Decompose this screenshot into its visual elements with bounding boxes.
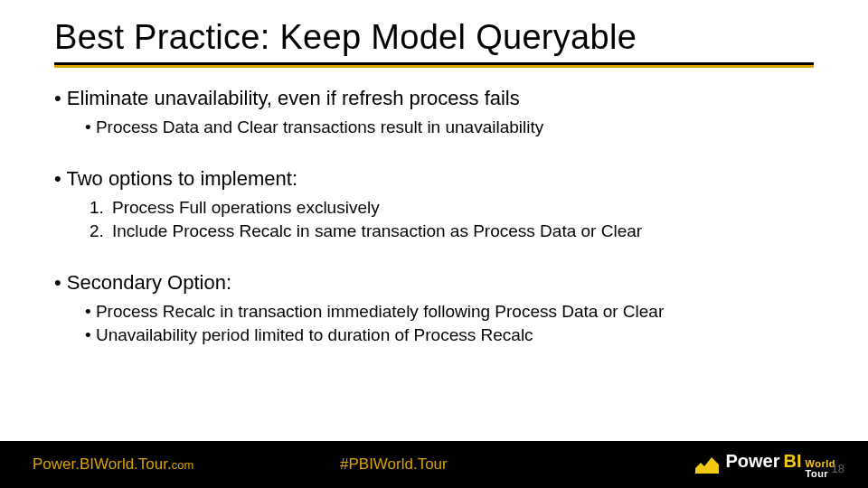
slide-title: Best Practice: Keep Model Queryable <box>0 0 868 62</box>
bullet-1: Eliminate unavailability, even if refres… <box>54 86 814 137</box>
bullet-2: Two options to implement: Process Full o… <box>54 166 814 241</box>
bullet-3-text: Secondary Option: <box>67 271 231 294</box>
bullet-1-sub-1: Process Data and Clear transactions resu… <box>85 117 814 138</box>
brand-power: Power <box>726 451 780 472</box>
bullet-1-text: Eliminate unavailability, even if refres… <box>67 87 520 109</box>
footer-bar: Power.BIWorld.Tour.com #PBIWorld.Tour Po… <box>0 441 868 488</box>
bullet-2-ol-2: Include Process Recalc in same transacti… <box>108 221 814 242</box>
footer-url-main: Power.BIWorld.Tour. <box>33 455 172 473</box>
footer-url: Power.BIWorld.Tour.com <box>33 455 340 474</box>
brand-bi: BI <box>784 451 802 472</box>
bullet-2-text: Two options to implement: <box>66 167 297 190</box>
footer-brand: Power BI World Tour <box>695 451 836 479</box>
powerbi-logo-icon <box>695 455 719 474</box>
slide-content: Eliminate unavailability, even if refres… <box>0 68 868 345</box>
footer-hashtag: #PBIWorld.Tour <box>340 455 575 474</box>
slide: Best Practice: Keep Model Queryable Elim… <box>0 0 868 488</box>
bullet-3-sub-1: Process Recalc in transaction immediatel… <box>85 301 814 323</box>
brand-text: Power BI World Tour <box>726 451 836 479</box>
footer-url-tld: com <box>172 458 194 472</box>
bullet-3-sub-2: Unavailability period limited to duratio… <box>85 324 814 346</box>
bullet-2-ol-1: Process Full operations exclusively <box>108 197 814 219</box>
bullet-3: Secondary Option: Process Recalc in tran… <box>54 270 814 345</box>
page-number: 18 <box>832 462 844 475</box>
